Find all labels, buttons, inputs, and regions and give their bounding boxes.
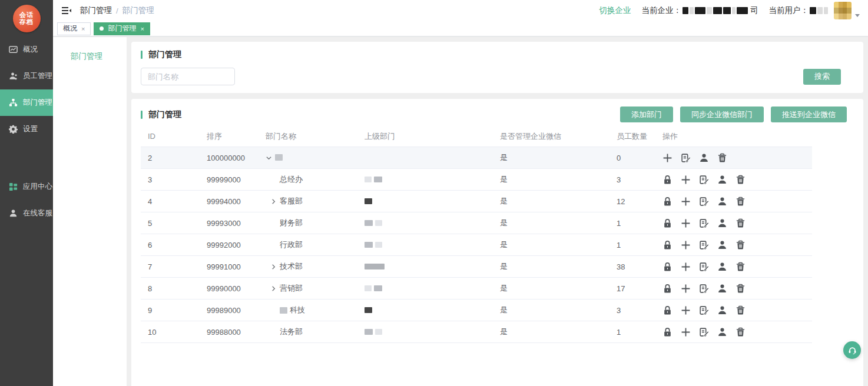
- plus-icon[interactable]: [681, 327, 691, 337]
- plus-icon[interactable]: [681, 197, 691, 207]
- sidebar-item-settings[interactable]: 设置: [0, 116, 53, 142]
- sidebar-item-apps[interactable]: 应用中心: [0, 174, 53, 200]
- cell-id: 10: [141, 328, 207, 337]
- search-card-title-row: 部门管理: [141, 49, 854, 60]
- trash-icon[interactable]: [736, 284, 746, 294]
- user-icon[interactable]: [717, 305, 727, 315]
- lock-icon[interactable]: [662, 305, 672, 315]
- switch-company-link[interactable]: 切换企业: [599, 5, 631, 16]
- edit-icon[interactable]: [699, 197, 709, 207]
- redacted-text: [375, 220, 382, 226]
- department-table-card: 部门管理 添加部门同步企业微信部门推送到企业微信 ID排序部门名称上级部门是否管…: [131, 99, 863, 386]
- breadcrumb-section[interactable]: 部门管理: [80, 5, 112, 16]
- plus-icon[interactable]: [662, 153, 672, 163]
- user-icon[interactable]: [699, 153, 709, 163]
- edit-icon[interactable]: [681, 153, 691, 163]
- tab-bar: 概况 × 部门管理 ×: [53, 21, 868, 36]
- trash-icon[interactable]: [736, 197, 746, 207]
- cell-department-name: 技术部: [266, 261, 365, 272]
- user-icon[interactable]: [717, 218, 727, 228]
- edit-icon[interactable]: [699, 262, 709, 272]
- logo-text-line2: 存档: [19, 18, 34, 25]
- trash-icon[interactable]: [736, 305, 746, 315]
- submenu-item-departments[interactable]: 部门管理: [53, 51, 127, 62]
- lock-icon[interactable]: [662, 175, 672, 185]
- edit-icon[interactable]: [699, 327, 709, 337]
- search-button[interactable]: 搜索: [803, 69, 841, 85]
- cell-manage-wechat: 是: [493, 196, 593, 207]
- sidebar-item-employees[interactable]: 员工管理: [0, 63, 53, 89]
- collapse-sidebar-icon[interactable]: [61, 5, 72, 16]
- customer-service-float-button[interactable]: [843, 341, 861, 359]
- tab-departments[interactable]: 部门管理 ×: [94, 22, 150, 35]
- cell-department-name: 营销部: [266, 283, 365, 294]
- user-icon[interactable]: [717, 327, 727, 337]
- redacted-text: [375, 329, 382, 335]
- cell-actions: [662, 218, 812, 228]
- plus-icon[interactable]: [681, 240, 691, 250]
- cell-parent-department: [365, 242, 493, 248]
- user-icon[interactable]: [717, 262, 727, 272]
- sidebar-item-service[interactable]: 在线客服: [0, 200, 53, 227]
- trash-icon[interactable]: [736, 175, 746, 185]
- trash-icon[interactable]: [717, 153, 727, 163]
- user-icon[interactable]: [717, 197, 727, 207]
- caret-down-icon[interactable]: [266, 155, 272, 161]
- tab-close-icon[interactable]: ×: [81, 25, 85, 32]
- edit-icon[interactable]: [699, 175, 709, 185]
- caret-right-icon[interactable]: [270, 198, 277, 205]
- user-menu-caret-icon[interactable]: [855, 14, 860, 17]
- table-row: 399999000总经办是3: [141, 169, 812, 191]
- plus-icon[interactable]: [681, 262, 691, 272]
- department-name-input[interactable]: [141, 68, 235, 85]
- sidebar-item-overview[interactable]: 概况: [0, 36, 53, 63]
- lock-icon[interactable]: [662, 327, 672, 337]
- cell-sort: 99992000: [207, 241, 266, 249]
- tab-overview[interactable]: 概况 ×: [57, 22, 91, 35]
- trash-icon[interactable]: [736, 218, 746, 228]
- breadcrumb-separator: /: [116, 6, 118, 15]
- lock-icon[interactable]: [662, 218, 672, 228]
- user-avatar[interactable]: [834, 2, 852, 19]
- user-icon[interactable]: [717, 284, 727, 294]
- sidebar-item-departments[interactable]: 部门管理: [0, 89, 53, 116]
- edit-icon[interactable]: [699, 284, 709, 294]
- plus-icon[interactable]: [681, 218, 691, 228]
- cell-manage-wechat: 是: [493, 239, 593, 250]
- edit-icon[interactable]: [699, 305, 709, 315]
- trash-icon[interactable]: [736, 240, 746, 250]
- title-accent-bar: [141, 51, 143, 59]
- lock-icon[interactable]: [662, 197, 672, 207]
- plus-icon[interactable]: [681, 175, 691, 185]
- plus-icon[interactable]: [681, 284, 691, 294]
- push-to-wechat-button[interactable]: 推送到企业微信: [771, 107, 847, 122]
- cell-sort: 99990000: [207, 284, 266, 293]
- trash-icon[interactable]: [736, 327, 746, 337]
- plus-icon[interactable]: [681, 305, 691, 315]
- secondary-sidebar: 部门管理: [53, 37, 127, 386]
- cell-sort: 99989000: [207, 306, 266, 315]
- user-icon[interactable]: [717, 175, 727, 185]
- edit-icon[interactable]: [699, 240, 709, 250]
- cell-manage-wechat: 是: [493, 261, 593, 272]
- column-header: 部门名称: [266, 131, 365, 142]
- lock-icon[interactable]: [662, 284, 672, 294]
- lock-icon[interactable]: [662, 240, 672, 250]
- edit-icon[interactable]: [699, 218, 709, 228]
- trash-icon[interactable]: [736, 262, 746, 272]
- caret-right-icon[interactable]: [270, 264, 277, 270]
- user-icon[interactable]: [717, 240, 727, 250]
- department-name: 科技: [280, 305, 305, 315]
- redacted-text: [374, 177, 382, 182]
- caret-right-icon[interactable]: [270, 285, 277, 292]
- lock-icon[interactable]: [662, 262, 672, 272]
- cell-parent-department: [365, 220, 493, 226]
- cell-parent-department: [365, 285, 493, 291]
- main-content: 部门管理 搜索 部门管理 添加部门同步企业微信部门推送到企业微信 ID排序部门名…: [127, 37, 868, 386]
- cell-parent-department: [365, 307, 493, 313]
- company-suffix: 司: [750, 5, 758, 16]
- sync-wechat-departments-button[interactable]: 同步企业微信部门: [680, 107, 764, 122]
- add-department-button[interactable]: 添加部门: [620, 107, 673, 122]
- cell-parent-department: [365, 264, 493, 269]
- tab-close-icon[interactable]: ×: [140, 25, 144, 32]
